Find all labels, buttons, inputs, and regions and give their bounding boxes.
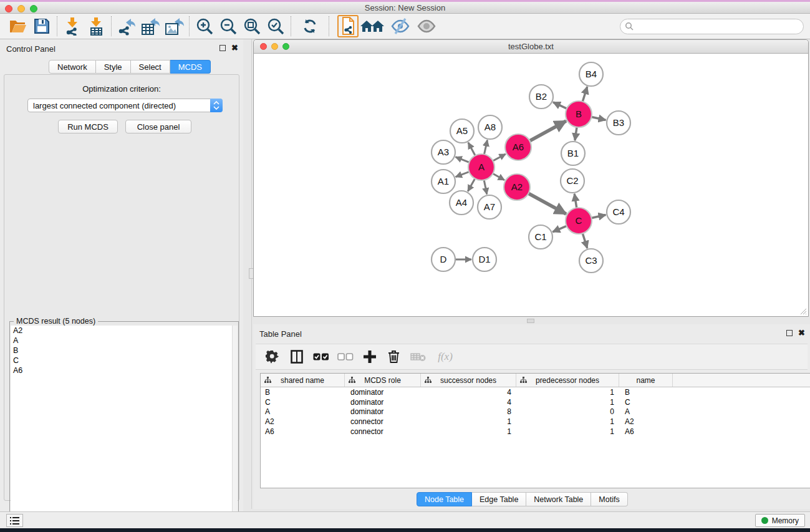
export-image-icon[interactable] <box>162 15 186 37</box>
zoom-fit-icon[interactable] <box>240 15 264 37</box>
table-row[interactable]: Adominator80A <box>261 407 810 417</box>
table-cell[interactable]: 4 <box>421 398 516 407</box>
table-cell[interactable]: 1 <box>421 427 516 436</box>
table-cell[interactable]: dominator <box>345 388 421 397</box>
graph-node-label: C <box>576 215 582 226</box>
run-mcds-button[interactable]: Run MCDS <box>58 120 118 133</box>
add-icon[interactable] <box>358 346 381 368</box>
refresh-icon[interactable] <box>298 15 322 37</box>
column-view-icon[interactable] <box>285 346 308 368</box>
close-panel-button[interactable]: Close panel <box>125 120 191 133</box>
task-history-button[interactable] <box>6 514 23 527</box>
toolbar-separator <box>57 16 57 36</box>
gear-icon[interactable] <box>261 346 284 368</box>
column-header-filler <box>673 374 810 387</box>
tab-edge-table[interactable]: Edge Table <box>472 492 526 506</box>
table-cell[interactable]: C <box>619 398 673 407</box>
table-cell[interactable]: A2 <box>261 417 345 426</box>
close-panel-icon[interactable]: ✖ <box>798 330 805 336</box>
table-cell[interactable]: A <box>261 407 345 416</box>
table-cell[interactable]: 4 <box>421 388 516 397</box>
table-cell[interactable]: A2 <box>619 417 673 426</box>
column-header[interactable]: name <box>619 374 673 387</box>
export-table-icon[interactable] <box>138 15 162 37</box>
float-panel-icon[interactable] <box>786 330 793 336</box>
import-network-icon[interactable] <box>60 15 84 37</box>
float-panel-icon[interactable] <box>219 45 226 51</box>
column-header[interactable]: shared name <box>261 374 345 387</box>
close-panel-icon[interactable]: ✖ <box>231 45 238 51</box>
table-cell[interactable]: A6 <box>261 427 345 436</box>
tab-select[interactable]: Select <box>131 60 170 74</box>
table-cell[interactable]: B <box>619 388 673 397</box>
network-file-icon[interactable] <box>337 15 359 37</box>
tab-motifs[interactable]: Motifs <box>591 492 627 506</box>
column-header[interactable]: predecessor nodes <box>516 374 619 387</box>
table-cell[interactable]: A6 <box>619 427 673 436</box>
table-row[interactable]: Bdominator41B <box>261 387 810 397</box>
result-item[interactable]: A6 <box>11 365 232 375</box>
table-cell[interactable]: 1 <box>421 417 516 426</box>
result-item[interactable]: A2 <box>11 326 232 336</box>
result-item[interactable]: B <box>11 346 232 355</box>
network-window-titlebar[interactable]: testGlobe.txt <box>254 40 808 54</box>
table-splitter-handle[interactable] <box>527 319 534 323</box>
table-cell[interactable]: 1 <box>516 398 619 407</box>
mcds-result-list[interactable]: A2ABCA6 <box>11 326 232 532</box>
eye-icon[interactable] <box>415 15 438 37</box>
result-item[interactable]: C <box>11 355 232 365</box>
tab-style[interactable]: Style <box>96 60 131 74</box>
graph-node-label: A2 <box>511 181 523 192</box>
table-cell[interactable]: dominator <box>345 398 421 407</box>
table-cell[interactable]: connector <box>345 417 421 426</box>
select-all-icon[interactable] <box>309 346 332 368</box>
result-scrollbar[interactable] <box>232 326 238 532</box>
zoom-out-icon[interactable] <box>216 15 240 37</box>
resize-grip-icon[interactable] <box>798 306 807 315</box>
table-cell[interactable]: 1 <box>516 427 619 436</box>
search-input[interactable] <box>620 19 804 34</box>
column-header[interactable]: MCDS role <box>345 374 421 387</box>
graph-node-label: A7 <box>484 201 495 212</box>
table-cell[interactable]: 1 <box>516 388 619 397</box>
delete-table-icon[interactable] <box>407 346 430 368</box>
hide-details-icon[interactable] <box>386 15 415 37</box>
save-icon[interactable] <box>30 15 54 37</box>
table-toolbar: f(x) <box>256 344 808 370</box>
table-row[interactable]: A2connector11A2 <box>261 417 810 427</box>
deselect-all-icon[interactable] <box>334 346 357 368</box>
table-cell[interactable]: 0 <box>516 407 619 416</box>
table-cell[interactable]: B <box>261 388 345 397</box>
function-builder-icon[interactable]: f(x) <box>431 346 460 368</box>
zoom-selected-icon[interactable] <box>264 15 287 37</box>
table-row[interactable]: Cdominator41C <box>261 397 810 407</box>
tab-network[interactable]: Network <box>49 60 96 74</box>
tab-network-table[interactable]: Network Table <box>526 492 591 506</box>
table-cell[interactable]: C <box>261 398 345 407</box>
memory-button[interactable]: Memory <box>755 514 805 527</box>
table-cell[interactable]: dominator <box>345 407 421 416</box>
table-row[interactable]: A6connector11A6 <box>261 427 810 437</box>
criterion-dropdown[interactable]: largest connected component (directed) <box>27 99 223 112</box>
export-network-icon[interactable] <box>115 15 138 37</box>
result-item[interactable]: A <box>11 336 232 346</box>
home-icon[interactable] <box>359 15 386 37</box>
open-folder-icon[interactable] <box>6 15 30 37</box>
attribute-icon <box>425 377 432 384</box>
network-graph[interactable]: B4B2BB3B1C2A5A8A3A6AA1A2A4A7C4CC1C3DD1 <box>254 54 808 316</box>
table-cell[interactable]: 8 <box>421 407 516 416</box>
table-panel-title: Table Panel <box>259 329 302 339</box>
network-canvas[interactable]: B4B2BB3B1C2A5A8A3A6AA1A2A4A7C4CC1C3DD1 <box>254 54 808 316</box>
tab-mcds[interactable]: MCDS <box>170 60 211 74</box>
column-header[interactable]: successor nodes <box>421 374 516 387</box>
graph-node-label: A6 <box>513 142 524 152</box>
zoom-in-icon[interactable] <box>193 15 216 37</box>
import-table-icon[interactable] <box>84 15 108 37</box>
table-cell[interactable]: connector <box>345 427 421 436</box>
table-cell[interactable]: 1 <box>516 417 619 426</box>
dropdown-stepper-icon <box>210 99 223 112</box>
tab-node-table[interactable]: Node Table <box>417 492 472 506</box>
table-cell[interactable]: A <box>619 407 673 416</box>
delete-icon[interactable] <box>382 346 405 368</box>
status-bar: Memory <box>0 511 810 528</box>
